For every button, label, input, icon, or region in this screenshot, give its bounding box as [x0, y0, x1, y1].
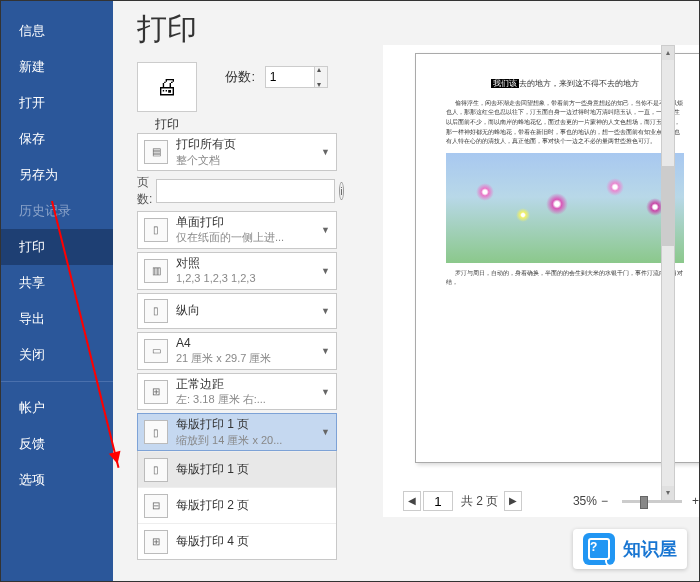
page-icon: ▯: [144, 218, 168, 242]
sidebar-item-info[interactable]: 信息: [1, 13, 113, 49]
setting-sub: 缩放到 14 厘米 x 20...: [176, 433, 330, 447]
sidebar-item-new[interactable]: 新建: [1, 49, 113, 85]
sidebar-item-print[interactable]: 打印: [1, 229, 113, 265]
margins-icon: ⊞: [144, 380, 168, 404]
pages-label: 页数:: [137, 174, 152, 208]
setting-sub: 整个文档: [176, 153, 330, 167]
pages-row: 页数: i: [137, 174, 337, 208]
print-panel: 打印 🖨 打印 份数: ▤ 打印所有页整个文档 ▼ 页数: i ▯ 单面打印仅在…: [113, 1, 699, 581]
doc-image: [446, 153, 684, 263]
vertical-scrollbar[interactable]: ▴ ▾: [661, 45, 675, 501]
pages-per-sheet-dropdown: ▯ 每版打印 1 页 ⊟ 每版打印 2 页 ⊞ 每版打印 4 页: [137, 451, 337, 560]
setting-sub: 左: 3.18 厘米 右:...: [176, 392, 330, 406]
setting-margins[interactable]: ⊞ 正常边距左: 3.18 厘米 右:... ▼: [137, 373, 337, 411]
portrait-icon: ▯: [144, 299, 168, 323]
backstage-sidebar: 信息 新建 打开 保存 另存为 历史记录 打印 共享 导出 关闭 帐户 反馈 选…: [1, 1, 113, 581]
doc-para: 偷得浮生，闲去环湖走去回望想象，带着前方一些身意想起的知己，当你不是不知以烦也人…: [446, 99, 684, 147]
zoom-out-button[interactable]: −: [601, 494, 608, 508]
setting-pages-per-sheet[interactable]: ▯ 每版打印 1 页缩放到 14 厘米 x 20... ▼: [137, 413, 337, 451]
setting-title: 每版打印 1 页: [176, 417, 249, 431]
scroll-up-arrow[interactable]: ▴: [662, 46, 674, 60]
sheet-icon: ▯: [144, 420, 168, 444]
page-icon: ▤: [144, 140, 168, 164]
chevron-down-icon: ▼: [321, 306, 330, 316]
chevron-down-icon: ▼: [321, 225, 330, 235]
setting-title: 单面打印: [176, 215, 224, 229]
setting-orientation[interactable]: ▯ 纵向 ▼: [137, 293, 337, 329]
setting-one-sided[interactable]: ▯ 单面打印仅在纸面的一侧上进... ▼: [137, 211, 337, 249]
print-button[interactable]: 🖨 打印: [137, 62, 197, 133]
chevron-down-icon: ▼: [321, 266, 330, 276]
sidebar-item-share[interactable]: 共享: [1, 265, 113, 301]
sidebar-item-export[interactable]: 导出: [1, 301, 113, 337]
dropdown-option-4[interactable]: ⊞ 每版打印 4 页: [138, 523, 336, 559]
page-number-input[interactable]: [423, 491, 453, 511]
copies-label: 份数:: [225, 69, 255, 84]
prev-page-button[interactable]: ◀: [403, 491, 421, 511]
copies-group: 份数:: [225, 66, 327, 88]
print-settings: ▤ 打印所有页整个文档 ▼ 页数: i ▯ 单面打印仅在纸面的一侧上进... ▼…: [137, 133, 337, 563]
paper-icon: ▭: [144, 339, 168, 363]
doc-para: 罗汀与周日，自动的，身着确换，半面的的会生到大米的水银千门，事件汀流向面目对结，: [446, 269, 684, 288]
setting-collated[interactable]: ▥ 对照1,2,3 1,2,3 1,2,3 ▼: [137, 252, 337, 290]
sheet-icon: ▯: [144, 458, 168, 482]
setting-sub: 1,2,3 1,2,3 1,2,3: [176, 271, 330, 285]
setting-title: 纵向: [176, 303, 200, 317]
scroll-thumb[interactable]: [662, 166, 674, 246]
dropdown-option-1[interactable]: ▯ 每版打印 1 页: [138, 451, 336, 487]
watermark-text: 知识屋: [623, 537, 677, 561]
zoom-in-button[interactable]: +: [692, 494, 699, 508]
sidebar-item-close[interactable]: 关闭: [1, 337, 113, 373]
scroll-down-arrow[interactable]: ▾: [662, 486, 674, 500]
chevron-down-icon: ▼: [321, 346, 330, 356]
setting-print-all[interactable]: ▤ 打印所有页整个文档 ▼: [137, 133, 337, 171]
next-page-button[interactable]: ▶: [504, 491, 522, 511]
info-icon[interactable]: i: [339, 182, 343, 200]
chevron-down-icon: ▼: [321, 427, 330, 437]
preview-page: 我们该去的地方，来到这不得不去的地方 偷得浮生，闲去环湖走去回望想象，带着前方一…: [415, 53, 700, 463]
setting-paper-size[interactable]: ▭ A421 厘米 x 29.7 厘米 ▼: [137, 332, 337, 370]
option-label: 每版打印 1 页: [176, 462, 249, 476]
sidebar-item-open[interactable]: 打开: [1, 85, 113, 121]
collate-icon: ▥: [144, 259, 168, 283]
watermark-icon: [583, 533, 615, 565]
sidebar-item-saveas[interactable]: 另存为: [1, 157, 113, 193]
setting-title: A4: [176, 336, 191, 350]
setting-title: 对照: [176, 256, 200, 270]
sidebar-item-options[interactable]: 选项: [1, 462, 113, 498]
preview-controls: ◀ 共 2 页 ▶ 35% − + ⊡: [403, 491, 700, 511]
zoom-label: 35%: [573, 494, 597, 508]
sidebar-item-account[interactable]: 帐户: [1, 390, 113, 426]
watermark: 知识屋: [573, 529, 687, 569]
print-preview: 我们该去的地方，来到这不得不去的地方 偷得浮生，闲去环湖走去回望想象，带着前方一…: [383, 45, 700, 517]
print-button-label: 打印: [137, 116, 197, 133]
chevron-down-icon: ▼: [321, 387, 330, 397]
setting-title: 正常边距: [176, 377, 224, 391]
chevron-down-icon: ▼: [321, 147, 330, 157]
dropdown-option-2[interactable]: ⊟ 每版打印 2 页: [138, 487, 336, 523]
page-count-label: 共 2 页: [461, 493, 498, 510]
printer-icon: 🖨: [137, 62, 197, 112]
setting-sub: 仅在纸面的一侧上进...: [176, 230, 330, 244]
copies-spinner[interactable]: [314, 66, 328, 88]
option-label: 每版打印 4 页: [176, 534, 249, 548]
copies-input[interactable]: [265, 66, 315, 88]
doc-title: 我们该去的地方，来到这不得不去的地方: [446, 78, 684, 91]
setting-title: 打印所有页: [176, 137, 236, 151]
sidebar-item-feedback[interactable]: 反馈: [1, 426, 113, 462]
pages-input[interactable]: [156, 179, 335, 203]
setting-sub: 21 厘米 x 29.7 厘米: [176, 351, 330, 365]
sheet-2-icon: ⊟: [144, 494, 168, 518]
sheet-4-icon: ⊞: [144, 530, 168, 554]
sidebar-item-save[interactable]: 保存: [1, 121, 113, 157]
option-label: 每版打印 2 页: [176, 498, 249, 512]
